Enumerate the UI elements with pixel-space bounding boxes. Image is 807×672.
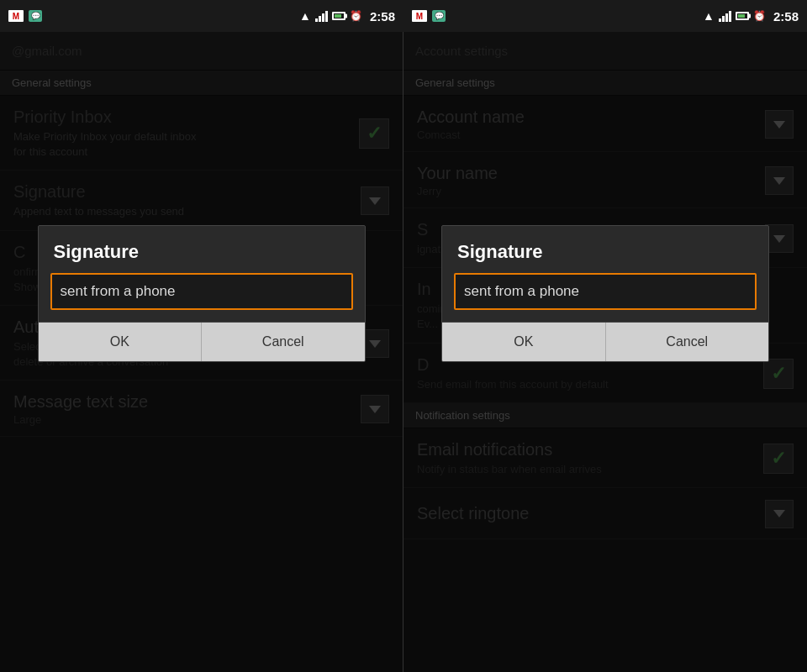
left-dialog-input-wrapper	[39, 273, 365, 322]
clock-icon-2: ⏰	[753, 10, 766, 22]
right-dialog-title: Signature	[442, 226, 768, 273]
clock-icon: ⏰	[350, 10, 362, 22]
left-dialog-buttons: OK Cancel	[39, 322, 365, 361]
right-dialog: Signature OK Cancel	[441, 225, 769, 362]
chat-icon: 💬	[29, 10, 42, 22]
gmail-icon-2: M	[412, 10, 427, 22]
status-bar: M 💬 ▲ ⏰ 2:58 M 💬 ▲	[0, 0, 807, 32]
right-signature-input[interactable]	[454, 273, 757, 310]
right-dialog-overlay: Signature OK Cancel	[404, 32, 807, 672]
status-bar-right: M 💬 ▲ ⏰ 2:58	[404, 0, 807, 32]
right-status-icons-right: ▲ ⏰ 2:58	[703, 9, 799, 24]
signal-icon	[315, 10, 328, 22]
right-dialog-input-wrapper	[442, 273, 768, 322]
left-status-icons: M 💬	[8, 10, 42, 22]
battery-icon	[332, 12, 345, 20]
right-half-left-icons: M 💬	[412, 10, 446, 22]
left-dialog-title: Signature	[39, 226, 365, 273]
wifi-icon-2: ▲	[703, 9, 715, 23]
wifi-icon: ▲	[299, 9, 311, 23]
chat-icon-2: 💬	[432, 10, 446, 22]
gmail-icon: M	[8, 10, 24, 22]
status-bar-left: M 💬 ▲ ⏰ 2:58	[0, 0, 404, 32]
battery-icon-2	[736, 12, 749, 20]
left-dialog: Signature OK Cancel	[38, 225, 366, 362]
right-dialog-buttons: OK Cancel	[442, 322, 768, 361]
panels: @gmail.com General settings Priority Inb…	[0, 32, 807, 672]
left-dialog-overlay: Signature OK Cancel	[0, 32, 403, 672]
time-left: 2:58	[370, 9, 395, 24]
left-ok-button[interactable]: OK	[39, 323, 203, 361]
right-ok-button[interactable]: OK	[442, 323, 606, 361]
left-panel: @gmail.com General settings Priority Inb…	[0, 32, 404, 672]
right-status-icons-left: ▲ ⏰ 2:58	[299, 9, 395, 24]
time-right: 2:58	[773, 9, 799, 24]
signal-icon-2	[719, 10, 731, 22]
right-panel: Account settings General settings Accoun…	[404, 32, 807, 672]
left-cancel-button[interactable]: Cancel	[202, 323, 365, 361]
left-signature-input[interactable]	[50, 273, 353, 310]
right-cancel-button[interactable]: Cancel	[606, 323, 769, 361]
